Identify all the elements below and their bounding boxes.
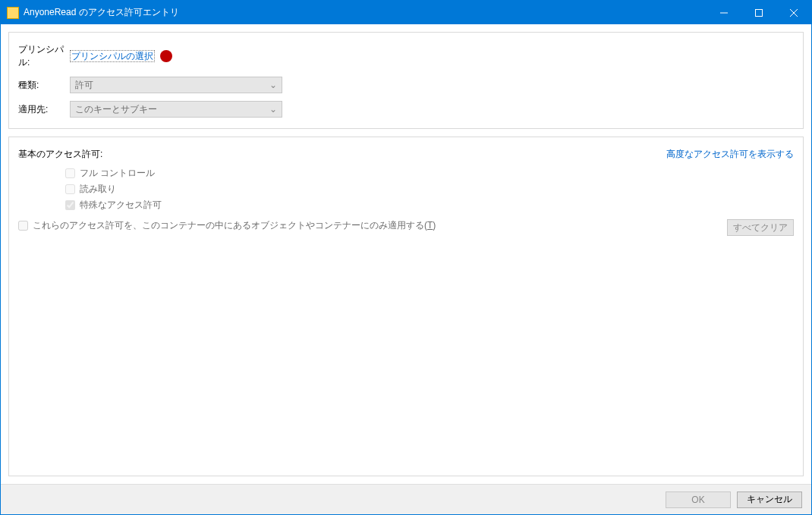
red-marker-icon — [160, 50, 172, 62]
principal-label: プリンシパル: — [18, 43, 70, 69]
minimize-icon — [720, 9, 728, 17]
window-controls — [707, 1, 811, 24]
folder-icon — [7, 7, 19, 19]
chevron-down-icon: ⌄ — [269, 80, 277, 90]
close-button[interactable] — [776, 1, 811, 24]
titlebar: AnyoneRead のアクセス許可エントリ — [1, 1, 811, 24]
basic-permissions-title: 基本のアクセス許可: — [18, 148, 102, 161]
show-advanced-permissions-link[interactable]: 高度なアクセス許可を表示する — [666, 148, 794, 161]
minimize-button[interactable] — [707, 1, 741, 24]
cancel-button[interactable]: キャンセル — [737, 491, 802, 508]
apply-only-row: これらのアクセス許可を、このコンテナーの中にあるオブジェクトやコンテナーにのみ適… — [18, 219, 794, 236]
clear-all-button[interactable]: すべてクリア — [727, 219, 794, 236]
chevron-down-icon: ⌄ — [269, 104, 277, 115]
full-control-row: フル コントロール — [65, 167, 794, 180]
basic-permissions-list: フル コントロール 読み取り 特殊なアクセス許可 — [65, 167, 794, 212]
ok-button[interactable]: OK — [666, 491, 731, 508]
read-row: 読み取り — [65, 183, 794, 196]
svg-rect-1 — [756, 9, 763, 16]
applies-to-select-value: このキーとサブキー — [75, 103, 157, 116]
special-label: 特殊なアクセス許可 — [80, 199, 162, 212]
special-checkbox[interactable] — [65, 200, 75, 210]
apply-only-option: これらのアクセス許可を、このコンテナーの中にあるオブジェクトやコンテナーにのみ適… — [18, 219, 436, 232]
window-title: AnyoneRead のアクセス許可エントリ — [24, 6, 707, 19]
full-control-checkbox[interactable] — [65, 168, 75, 178]
type-label: 種類: — [18, 79, 70, 92]
content-area: プリンシパル: プリンシパルの選択 種類: 許可 ⌄ 適用先: このキーとサブキ… — [1, 24, 811, 484]
apply-only-label: これらのアクセス許可を、このコンテナーの中にあるオブジェクトやコンテナーにのみ適… — [33, 219, 436, 232]
full-control-label: フル コントロール — [80, 167, 155, 180]
read-checkbox[interactable] — [65, 184, 75, 194]
applies-to-label: 適用先: — [18, 103, 70, 116]
applies-to-select[interactable]: このキーとサブキー ⌄ — [70, 101, 282, 118]
permissions-panel: 基本のアクセス許可: 高度なアクセス許可を表示する フル コントロール 読み取り… — [8, 137, 804, 476]
maximize-icon — [755, 9, 763, 17]
apply-only-checkbox[interactable] — [18, 221, 28, 231]
type-select[interactable]: 許可 ⌄ — [70, 77, 282, 93]
select-principal-link[interactable]: プリンシパルの選択 — [70, 50, 155, 62]
type-select-value: 許可 — [75, 79, 93, 92]
dialog-footer: OK キャンセル — [1, 484, 811, 514]
maximize-button[interactable] — [741, 1, 776, 24]
special-row: 特殊なアクセス許可 — [65, 199, 794, 212]
read-label: 読み取り — [80, 183, 116, 196]
close-icon — [790, 9, 798, 17]
principal-value: プリンシパルの選択 — [70, 50, 794, 63]
permissions-header: 基本のアクセス許可: 高度なアクセス許可を表示する — [18, 148, 794, 161]
principal-panel: プリンシパル: プリンシパルの選択 種類: 許可 ⌄ 適用先: このキーとサブキ… — [8, 32, 804, 129]
